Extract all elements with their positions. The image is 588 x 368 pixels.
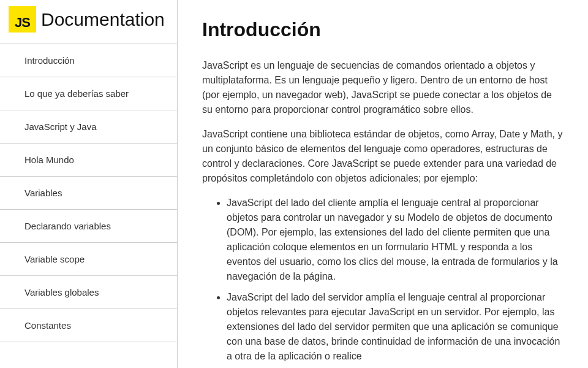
- intro-paragraph-1: JavaScript es un lenguaje de secuencias …: [202, 58, 564, 117]
- sidebar-item-hola-mundo[interactable]: Hola Mundo: [0, 143, 177, 176]
- sidebar-item-introduccion[interactable]: Introducción: [0, 44, 177, 77]
- brand-title: Documentation: [41, 9, 165, 30]
- nav-list: Introducción Lo que ya deberías saber Ja…: [0, 44, 177, 342]
- brand: JS Documentation: [0, 0, 177, 44]
- sidebar-item-variables-globales[interactable]: Variables globales: [0, 275, 177, 309]
- sidebar-item-declarando-variables[interactable]: Declarando variables: [0, 209, 177, 242]
- main-content: Introducción JavaScript es un lenguaje d…: [178, 0, 588, 368]
- bullet-list: JavaScript del lado del cliente amplía e…: [202, 196, 564, 364]
- sidebar-item-variables[interactable]: Variables: [0, 176, 177, 209]
- sidebar-item-lo-que-ya-deberias-saber[interactable]: Lo que ya deberías saber: [0, 77, 177, 110]
- js-logo-icon: JS: [9, 6, 36, 33]
- sidebar-item-javascript-y-java[interactable]: JavaScript y Java: [0, 110, 177, 143]
- intro-paragraph-2: JavaScript contiene una biblioteca están…: [202, 127, 564, 186]
- sidebar-item-constantes[interactable]: Constantes: [0, 309, 177, 342]
- sidebar-item-variable-scope[interactable]: Variable scope: [0, 242, 177, 275]
- sidebar: JS Documentation Introducción Lo que ya …: [0, 0, 178, 368]
- section-title: Introducción: [202, 18, 564, 41]
- bullet-item-client-side: JavaScript del lado del cliente amplía e…: [227, 196, 564, 284]
- bullet-item-server-side: JavaScript del lado del servidor amplía …: [227, 290, 564, 364]
